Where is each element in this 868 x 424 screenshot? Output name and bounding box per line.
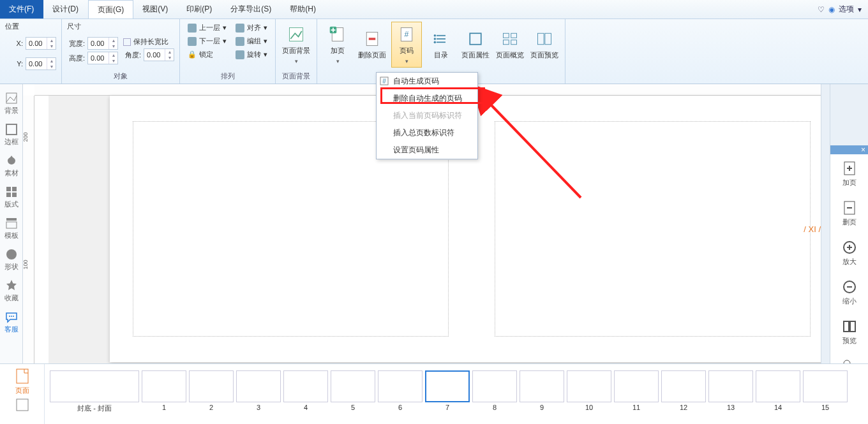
auto-gen-icon: # [379, 76, 389, 86]
thumbnails[interactable]: 封底 - 封面 1 2 3 4 5 6 7 8 9 10 11 12 13 14… [45, 364, 868, 424]
thumb-4[interactable] [283, 370, 328, 402]
thumb-13[interactable] [708, 370, 753, 402]
add-page-button[interactable]: 加页▾ [322, 22, 353, 68]
lb-bg[interactable]: 背景 [0, 88, 23, 119]
thumb-5[interactable] [331, 370, 375, 402]
thumb-15[interactable] [803, 370, 848, 402]
page-number-button[interactable]: # 页码▾ [391, 22, 422, 68]
thumb-6[interactable] [378, 370, 423, 402]
star-icon [5, 279, 18, 292]
menu-file[interactable]: 文件(F) [0, 0, 43, 18]
help-icon[interactable]: ◉ [828, 5, 835, 14]
h-label: 高度: [67, 54, 85, 63]
group-position: 位置 X: 0.00▴▾ Y: 0.00▴▾ [0, 19, 62, 84]
svg-text:#: # [382, 78, 386, 85]
thumb-9[interactable] [520, 370, 564, 402]
rp-del[interactable]: 删页 [842, 194, 857, 233]
svg-rect-14 [504, 33, 509, 38]
right-panel-close[interactable]: × [830, 145, 868, 154]
lock-ratio-checkbox[interactable] [123, 38, 131, 46]
dd-del-auto[interactable]: 删除自动生成的页码 [377, 90, 477, 107]
x-input[interactable]: 0.00▴▾ [26, 37, 56, 50]
lb-border[interactable]: 边框 [0, 119, 23, 150]
lb-favorite[interactable]: 收藏 [0, 275, 23, 307]
close-icon: × [861, 145, 865, 154]
thumb-1[interactable] [142, 370, 186, 402]
menu-share[interactable]: 分享导出(S) [221, 0, 281, 18]
heart-icon[interactable]: ♡ [818, 5, 825, 14]
y-input[interactable]: 0.00▴▾ [26, 57, 56, 70]
thumb-tab-photo[interactable] [15, 398, 29, 412]
thumb-7[interactable] [425, 370, 470, 402]
menu-view[interactable]: 视图(V) [133, 0, 177, 18]
svg-point-34 [13, 316, 14, 317]
w-label: 宽度: [67, 39, 85, 48]
height-input[interactable]: 0.00▴▾ [87, 52, 118, 64]
toc-icon [432, 30, 450, 48]
svg-rect-18 [538, 33, 544, 45]
lb-template[interactable]: 模板 [0, 213, 23, 244]
page-preview-icon [535, 30, 553, 48]
menu-design[interactable]: 设计(D) [43, 0, 88, 18]
align-button[interactable]: 对齐 ▾ [233, 22, 270, 34]
angle-input[interactable]: 0.00▴▾ [144, 48, 174, 61]
dd-insert-total[interactable]: 插入总页数标识符 [377, 124, 477, 142]
lock-ratio-label: 保持长宽比 [133, 37, 168, 47]
dd-settings[interactable]: 设置页码属性 [377, 142, 477, 159]
svg-rect-27 [6, 193, 11, 197]
dd-auto-gen[interactable]: # 自动生成页码 [377, 73, 477, 90]
page-bg-button[interactable]: 页面背景▾ [281, 22, 311, 68]
svg-rect-17 [511, 40, 517, 44]
lb-material[interactable]: 素材 [0, 150, 23, 182]
book-icon [842, 319, 857, 334]
thumb-10[interactable] [567, 370, 611, 402]
menu-page[interactable]: 页面(G) [88, 0, 133, 18]
rp-add[interactable]: 加页 [842, 154, 857, 194]
svg-rect-15 [511, 33, 517, 38]
thumb-8[interactable] [472, 370, 517, 402]
x-label: X: [5, 40, 23, 47]
rp-zoom-in[interactable]: 放大 [842, 233, 857, 273]
thumb-cover[interactable] [50, 370, 139, 402]
page-number-dropdown: # 自动生成页码 删除自动生成的页码 插入当前页码标识符 插入总页数标识符 设置… [376, 72, 478, 159]
page-right[interactable] [472, 96, 821, 362]
object-title: 对象 [67, 70, 174, 82]
thumb-3[interactable] [236, 370, 281, 402]
svg-rect-29 [6, 218, 17, 221]
border-icon [5, 123, 18, 136]
thumb-14[interactable] [756, 370, 800, 402]
delete-page-button[interactable]: 删除页面 [357, 22, 387, 68]
rp-preview[interactable]: 预览 [842, 312, 857, 352]
lb-layout[interactable]: 版式 [0, 182, 23, 213]
page-overview-icon [501, 30, 519, 48]
svg-point-32 [9, 316, 10, 317]
down-layer-button[interactable]: 下一层 ▾ [185, 35, 229, 47]
up-layer-button[interactable]: 上一层 ▾ [185, 22, 229, 34]
template-icon [5, 217, 18, 230]
thumb-12[interactable] [661, 370, 706, 402]
width-input[interactable]: 0.00▴▾ [87, 37, 118, 50]
lb-shape[interactable]: 形状 [0, 244, 23, 275]
lb-service[interactable]: 客服 [0, 307, 23, 338]
thumb-tab-page[interactable]: 页面 [15, 368, 29, 395]
menu-print[interactable]: 印刷(P) [177, 0, 221, 18]
lock-button[interactable]: 锁定 [185, 48, 229, 61]
svg-rect-26 [12, 187, 17, 191]
menubar-right: ♡ ◉ 选项 ▾ [818, 0, 868, 18]
rp-zoom-out[interactable]: 缩小 [842, 273, 857, 312]
page-overview-button[interactable]: 页面概览 [495, 22, 525, 68]
toc-button[interactable]: 目录 [426, 22, 456, 68]
material-icon [5, 154, 18, 167]
thumb-2[interactable] [189, 370, 234, 402]
page-prop-button[interactable]: 页面属性 [460, 22, 491, 68]
group-arrange: 上一层 ▾ 下一层 ▾ 锁定 对齐 ▾ 编组 ▾ 旋转 ▾ 排列 [180, 19, 276, 84]
shape-icon [5, 248, 18, 261]
size-title: 尺寸 [67, 22, 81, 31]
menu-help[interactable]: 帮助(H) [281, 0, 326, 18]
chevron-down-icon[interactable]: ▾ [858, 5, 862, 14]
page-preview-button[interactable]: 页面预览 [529, 22, 560, 68]
thumb-11[interactable] [614, 370, 659, 402]
rotate-button[interactable]: 旋转 ▾ [233, 48, 270, 61]
options-label[interactable]: 选项 [839, 4, 854, 15]
group-button[interactable]: 编组 ▾ [233, 35, 270, 47]
